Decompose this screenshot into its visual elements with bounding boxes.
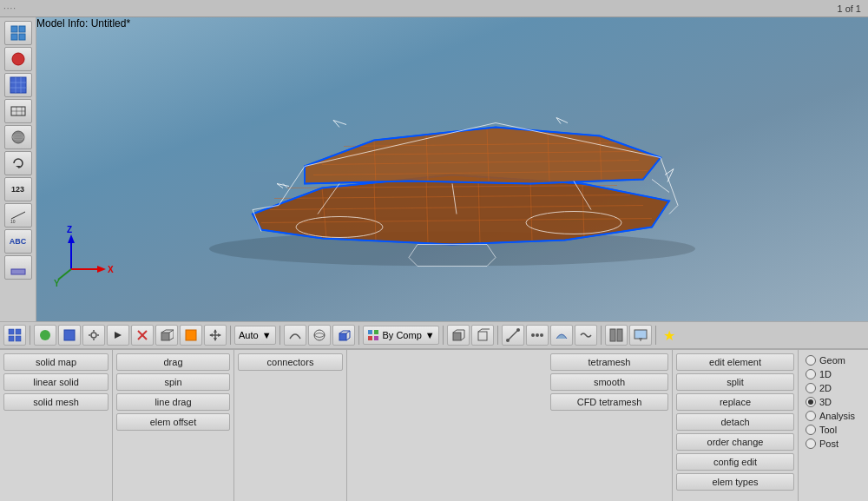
cmd-detach[interactable]: detach <box>676 413 794 431</box>
svg-line-18 <box>11 212 25 219</box>
cmd-connectors[interactable]: connectors <box>238 353 343 371</box>
toolbar-rotate-btn[interactable] <box>4 151 32 175</box>
toolbar-mesh-btn[interactable] <box>4 99 32 123</box>
bottom-toolbar: Auto ▼ By Comp ▼ <box>0 321 868 349</box>
tb-cube3-btn[interactable] <box>447 325 470 346</box>
tb-gear-btn[interactable] <box>82 325 105 346</box>
tb-line-btn[interactable] <box>502 325 524 346</box>
cmd-line-drag[interactable]: line drag <box>116 393 230 411</box>
tb-grid-btn[interactable] <box>3 325 26 346</box>
svg-text:Y: Y <box>54 279 60 287</box>
svg-rect-51 <box>374 330 378 334</box>
radio-3d[interactable]: 3D <box>806 397 861 407</box>
radio-analysis-label: Analysis <box>819 411 855 421</box>
left-toolbar: 123 10 ABC <box>0 17 36 321</box>
model-info-label: Model Info: Untitled* <box>36 17 130 30</box>
tb-curved-btn[interactable] <box>284 325 306 346</box>
radio-tool[interactable]: Tool <box>806 425 861 435</box>
toolbar-grid-btn[interactable] <box>4 73 32 97</box>
cmd-edit-element[interactable]: edit element <box>676 353 794 371</box>
tb-star-btn[interactable]: ★ <box>660 326 679 345</box>
svg-rect-52 <box>368 336 372 340</box>
tb-cube-btn[interactable] <box>155 325 178 346</box>
toolbar-sphere-btn[interactable] <box>4 125 32 149</box>
tb-wave-btn[interactable] <box>575 325 597 346</box>
svg-rect-42 <box>161 333 169 340</box>
svg-marker-47 <box>218 333 221 337</box>
tb-dots-btn[interactable] <box>526 325 549 346</box>
tb-green-btn[interactable] <box>34 325 56 346</box>
toolbar-measure-btn[interactable]: 10 <box>4 203 32 227</box>
toolbar-bottom-btn[interactable] <box>4 255 32 280</box>
tb-auto-label: Auto <box>239 330 259 340</box>
tb-sep1 <box>30 326 30 345</box>
tb-surface-btn[interactable] <box>550 325 573 346</box>
cmd-replace[interactable]: replace <box>676 393 794 411</box>
svg-point-57 <box>506 339 510 342</box>
command-panel: solid map linear solid solid mesh drag s… <box>0 349 868 501</box>
svg-rect-34 <box>9 336 14 341</box>
svg-rect-62 <box>610 329 615 341</box>
tb-blue-box-btn[interactable] <box>58 325 81 346</box>
toolbar-red-btn[interactable] <box>4 47 32 71</box>
cmd-split[interactable]: split <box>676 373 794 391</box>
tb-arrow-btn[interactable] <box>107 325 129 346</box>
cmd-order-change[interactable]: order change <box>676 433 794 451</box>
radio-1d-circle <box>806 369 816 379</box>
svg-point-61 <box>540 333 543 337</box>
tb-mesh-btn[interactable] <box>308 325 331 346</box>
radio-1d[interactable]: 1D <box>806 369 861 379</box>
cmd-solid-mesh[interactable]: solid mesh <box>3 393 108 411</box>
svg-point-38 <box>91 333 96 338</box>
radio-geom[interactable]: Geom <box>806 355 861 366</box>
cmd-elem-types[interactable]: elem types <box>676 473 794 491</box>
cmd-solid-map[interactable]: solid map <box>3 353 108 371</box>
svg-line-56 <box>508 330 518 340</box>
svg-rect-20 <box>11 269 25 274</box>
tb-monitor-btn[interactable] <box>629 325 652 346</box>
cmd-tetramesh[interactable]: tetramesh <box>550 353 668 371</box>
radio-1d-label: 1D <box>819 369 832 379</box>
svg-point-4 <box>12 53 24 65</box>
cmd-spin[interactable]: spin <box>116 373 230 391</box>
toolbar-abc-btn[interactable]: ABC <box>4 229 32 254</box>
cmd-spacer <box>347 350 547 501</box>
tb-cube2-btn[interactable] <box>332 325 355 346</box>
svg-line-30 <box>58 269 71 280</box>
svg-marker-45 <box>214 338 217 341</box>
viewport[interactable]: Model Info: Untitled* <box>36 17 868 321</box>
cmd-section-tetramesh: tetramesh smooth CFD tetramesh <box>547 350 673 501</box>
svg-marker-46 <box>209 333 213 337</box>
svg-rect-37 <box>64 330 75 340</box>
tb-split-btn[interactable] <box>605 325 628 346</box>
car-model-svg <box>148 41 756 275</box>
toolbar-123-btn[interactable]: 123 <box>4 177 32 201</box>
tb-arrows-btn[interactable] <box>204 325 227 346</box>
cmd-cfd-tetramesh[interactable]: CFD tetramesh <box>550 393 668 411</box>
tb-delete-btn[interactable] <box>131 325 154 346</box>
radio-2d[interactable]: 2D <box>806 383 861 393</box>
svg-rect-35 <box>16 336 21 341</box>
svg-rect-32 <box>9 329 14 334</box>
tb-sep4 <box>358 326 359 345</box>
cmd-smooth[interactable]: smooth <box>550 373 668 391</box>
radio-3d-circle <box>806 397 816 407</box>
tb-sep3 <box>279 326 280 345</box>
cmd-config-edit[interactable]: config edit <box>676 453 794 471</box>
svg-rect-54 <box>453 333 461 340</box>
radio-geom-label: Geom <box>819 355 845 366</box>
cmd-linear-solid[interactable]: linear solid <box>3 373 108 391</box>
radio-post[interactable]: Post <box>806 438 861 449</box>
tb-bycomp-dropdown[interactable]: By Comp ▼ <box>363 326 439 345</box>
svg-rect-49 <box>339 333 346 340</box>
tb-auto-dropdown[interactable]: Auto ▼ <box>234 326 276 345</box>
radio-analysis[interactable]: Analysis <box>806 411 861 421</box>
page-indicator: 1 of 1 <box>837 3 861 14</box>
toolbar-view-btn[interactable] <box>4 21 32 45</box>
tb-cube4-btn[interactable] <box>471 325 494 346</box>
axis-indicator: Z X Y <box>54 226 115 287</box>
svg-marker-39 <box>115 332 122 339</box>
cmd-elem-offset[interactable]: elem offset <box>116 413 230 431</box>
cmd-drag[interactable]: drag <box>116 353 230 371</box>
tb-orange-btn[interactable] <box>180 325 202 346</box>
